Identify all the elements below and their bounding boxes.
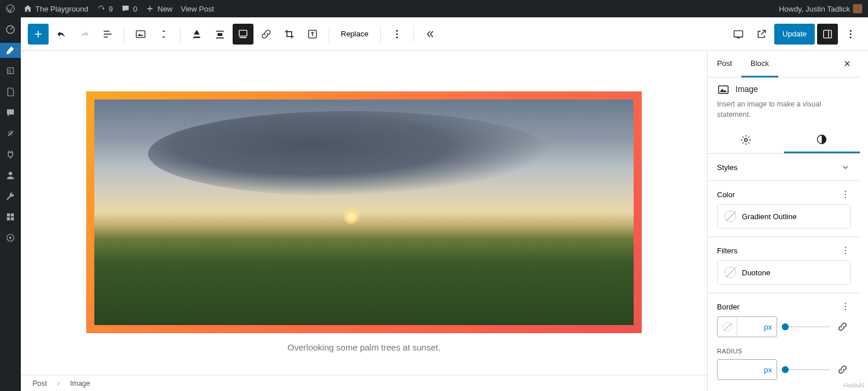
pages-icon[interactable] [0,84,21,99]
admin-bar: The Playground 9 0 New View Post Howdy, … [0,0,868,17]
watermark: HedaAI [843,382,865,389]
tools-icon[interactable] [0,189,21,204]
svg-point-2 [9,172,12,175]
svg-rect-3 [7,213,10,216]
text-overlay-button[interactable] [302,24,323,45]
plugins-icon[interactable] [0,147,21,162]
link-radius-button[interactable] [834,362,851,378]
image-block-icon[interactable] [130,24,151,45]
dashboard-icon[interactable] [0,22,21,37]
more-options-button[interactable] [840,24,861,45]
svg-rect-15 [823,30,831,38]
settings-icon[interactable] [0,209,21,224]
breadcrumb-image[interactable]: Image [70,379,90,388]
radius-label: RADIUS [708,345,860,359]
svg-point-27 [845,253,846,254]
hide-toolbar-button[interactable] [420,24,440,45]
border-width-slider[interactable] [782,326,830,327]
move-button[interactable] [153,24,174,45]
svg-point-30 [845,309,846,310]
radius-field[interactable] [718,360,777,379]
view-post-link[interactable]: View Post [181,5,214,13]
new-link[interactable]: New [145,4,172,13]
styles-tab[interactable] [784,127,860,153]
svg-point-22 [845,191,846,192]
posts-icon[interactable] [0,43,21,58]
appearance-icon[interactable] [0,126,21,141]
wp-logo[interactable] [6,4,15,13]
svg-point-26 [845,250,846,251]
avatar [853,4,862,13]
chevron-right-icon [55,380,62,387]
filters-section-header: Filters [708,237,860,260]
image-content [94,99,634,325]
radius-input[interactable] [717,359,777,380]
comments-menu-icon[interactable] [0,105,21,120]
tab-post[interactable]: Post [708,51,741,77]
crop-button[interactable] [279,24,300,45]
media-icon[interactable] [0,64,21,79]
none-icon [724,267,736,278]
more-icon[interactable] [840,245,851,256]
comments-link[interactable]: 0 [121,4,137,13]
collapse-icon[interactable] [0,230,21,245]
block-info: Image Insert an image to make a visual s… [708,78,860,127]
settings-tab[interactable] [708,127,784,153]
tab-block[interactable]: Block [741,51,778,78]
svg-point-17 [850,33,852,35]
image-block[interactable] [86,91,642,333]
block-inspector: Post Block Image Insert an image to make… [707,51,860,391]
image-caption[interactable]: Overlooking some palm trees at sunset. [79,342,649,352]
color-item-label: Gradient Outline [742,212,797,221]
svg-point-28 [845,303,846,304]
link-button[interactable] [256,24,277,45]
align-none-button[interactable] [186,24,207,45]
editor-header: Replace Update [21,17,868,51]
svg-rect-5 [7,217,10,220]
more-icon[interactable] [840,301,851,312]
update-button[interactable]: Update [774,24,815,45]
svg-point-11 [396,29,398,31]
svg-point-12 [396,33,398,35]
styles-panel-header[interactable]: Styles [708,154,860,180]
block-options-button[interactable] [387,24,407,45]
settings-panel-button[interactable] [817,24,838,45]
replace-button[interactable]: Replace [335,24,374,45]
gear-icon [740,134,752,146]
close-inspector-button[interactable] [839,56,855,72]
breadcrumb-post[interactable]: Post [32,379,47,388]
svg-rect-6 [11,217,14,220]
duotone-item[interactable]: Duotone [717,260,851,285]
document-overview-button[interactable] [97,24,118,45]
preview-external-button[interactable] [751,24,772,45]
inserter-button[interactable] [28,24,49,45]
link-sides-button[interactable] [834,319,851,335]
admin-menu [0,17,21,391]
undo-button[interactable] [51,24,72,45]
none-icon [723,322,732,331]
more-icon[interactable] [840,189,851,200]
howdy-link[interactable]: Howdy, Justin Tadlick [779,4,862,13]
redo-button[interactable] [74,24,95,45]
border-width-field[interactable] [737,317,777,337]
svg-point-24 [845,197,846,198]
caption-button[interactable] [233,24,253,45]
gradient-outline-item[interactable]: Gradient Outline [717,204,851,228]
radius-slider[interactable] [782,369,830,370]
svg-point-29 [845,306,846,307]
svg-rect-14 [734,31,743,37]
none-icon [724,211,736,222]
editor-canvas: Overlooking some palm trees at sunset. [21,51,707,375]
updates-link[interactable]: 9 [97,4,113,13]
border-width-input[interactable] [717,316,777,337]
site-name-link[interactable]: The Playground [23,4,89,13]
breadcrumb: Post Image [21,375,707,391]
svg-point-13 [396,36,398,38]
view-button[interactable] [728,24,749,45]
svg-point-16 [850,29,852,31]
svg-point-20 [744,139,747,142]
contrast-icon [816,134,827,145]
users-icon[interactable] [0,168,21,183]
border-section-header: Border [708,293,860,316]
align-button[interactable] [209,24,230,45]
